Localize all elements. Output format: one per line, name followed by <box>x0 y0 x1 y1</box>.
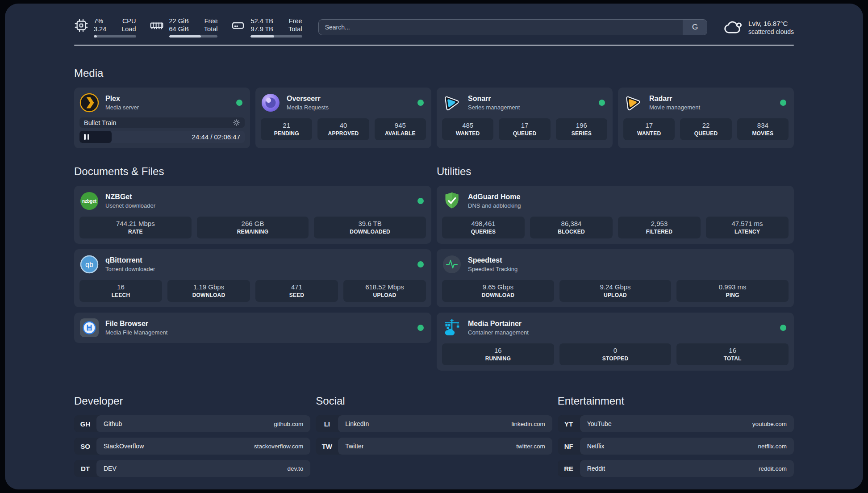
link-name: DEV <box>104 465 117 472</box>
status-dot <box>417 261 424 267</box>
search-input[interactable] <box>319 20 683 35</box>
link-url: linkedin.com <box>512 421 545 427</box>
portainer-icon <box>442 318 462 338</box>
qbittorrent-icon: qb <box>79 255 99 274</box>
system-stats: 7% 3.24 CPU Load <box>74 17 302 38</box>
nzbget-icon: nzbget <box>79 191 99 211</box>
player-time: 24:44 / 02:06:47 <box>192 133 245 141</box>
cpu-usage-value: 7% <box>94 17 106 25</box>
app-title: Plex <box>105 95 139 103</box>
nzbget-card[interactable]: nzbget NZBGet Usenet downloader 744.21 M… <box>74 186 431 244</box>
now-playing-title: Bullet Train <box>84 119 117 126</box>
cpu-stat: 7% 3.24 CPU Load <box>74 17 136 38</box>
link-abbr: SO <box>74 438 96 455</box>
link-twitter[interactable]: TW Twitter twitter.com <box>316 438 552 455</box>
player-settings-icon[interactable] <box>233 119 240 126</box>
radarr-card[interactable]: Radarr Movie management 17 WANTED 22 QUE… <box>618 88 794 148</box>
stat-tile: 39.6 TB DOWNLOADED <box>314 217 426 238</box>
link-abbr: DT <box>74 460 96 477</box>
player-progress-bar[interactable]: 24:44 / 02:06:47 <box>79 131 245 143</box>
link-url: dev.to <box>288 465 304 472</box>
link-abbr: LI <box>316 415 338 432</box>
app-subtitle: Speedtest Tracking <box>468 266 517 272</box>
app-subtitle: Movie management <box>649 104 700 111</box>
stat-tile: 485 WANTED <box>442 118 493 140</box>
media-section: Media Plex Media server <box>74 67 794 148</box>
disk-icon <box>231 18 245 33</box>
app-title: NZBGet <box>105 193 155 201</box>
stat-tile: 0 STOPPED <box>559 343 672 365</box>
app-title: Media Portainer <box>468 320 529 328</box>
qbittorrent-card[interactable]: qb qBittorrent Torrent downloader 16 <box>74 249 431 307</box>
stat-tile: 618.52 Mbps UPLOAD <box>343 280 426 302</box>
overseerr-card[interactable]: Overseerr Media Requests 21 PENDING 40 A… <box>255 88 431 148</box>
portainer-card[interactable]: Media Portainer Container management 16 … <box>437 313 794 371</box>
link-stackoverflow[interactable]: SO StackOverflow stackoverflow.com <box>74 438 310 455</box>
stat-tile: 266 GB REMAINING <box>197 217 309 238</box>
stat-tile: 9.65 Gbps DOWNLOAD <box>442 280 554 302</box>
stat-tile: 86,384 BLOCKED <box>530 217 613 238</box>
utilities-section-title: Utilities <box>437 165 794 178</box>
storage-progress-bar <box>250 35 302 38</box>
app-subtitle: Media Requests <box>287 104 329 111</box>
media-section-title: Media <box>74 67 794 79</box>
app-title: qBittorrent <box>105 256 155 264</box>
pause-icon[interactable] <box>84 134 89 140</box>
app-subtitle: Media server <box>105 104 139 111</box>
entertainment-section-title: Entertainment <box>558 395 794 407</box>
social-section-title: Social <box>316 395 552 407</box>
app-subtitle: Series management <box>468 104 520 111</box>
link-name: Netflix <box>587 443 605 450</box>
status-dot <box>417 198 424 204</box>
stat-tile: 744.21 Mbps RATE <box>79 217 192 238</box>
cpu-load-value: 3.24 <box>94 25 106 33</box>
stat-tile: 16 RUNNING <box>442 343 554 365</box>
app-title: File Browser <box>105 320 167 328</box>
cloud-icon <box>723 17 743 37</box>
link-name: YouTube <box>587 420 612 427</box>
cpu-usage-label: CPU <box>122 17 136 25</box>
overseerr-icon <box>261 93 280 113</box>
status-dot <box>417 325 424 331</box>
social-links-section: Social LI LinkedIn linkedin.com TW Twitt… <box>316 395 552 482</box>
status-dot <box>780 325 786 331</box>
now-playing-row: Bullet Train <box>79 117 245 128</box>
link-url: youtube.com <box>752 421 787 427</box>
topbar-divider <box>74 45 794 46</box>
stat-tile: 2,953 FILTERED <box>618 217 701 238</box>
stat-tile: 498,461 QUERIES <box>442 217 525 238</box>
speedtest-card[interactable]: Speedtest Speedtest Tracking 9.65 Gbps D… <box>437 249 794 307</box>
storage-total-value: 97.9 TB <box>250 25 273 33</box>
search-engine-button[interactable]: G <box>683 20 707 35</box>
plex-icon <box>79 93 99 113</box>
link-name: StackOverflow <box>104 443 144 450</box>
plex-card[interactable]: Plex Media server Bullet Train <box>74 88 250 148</box>
link-abbr: NF <box>558 438 580 455</box>
stat-tile: 16 TOTAL <box>676 343 789 365</box>
filebrowser-card[interactable]: File Browser Media File Management <box>74 313 431 343</box>
link-reddit[interactable]: RE Reddit reddit.com <box>558 460 794 477</box>
adguard-card[interactable]: AdGuard Home DNS and adblocking 498,461 … <box>437 186 794 244</box>
link-url: reddit.com <box>759 465 787 472</box>
speedtest-icon <box>442 255 462 274</box>
link-github[interactable]: GH Github github.com <box>74 415 310 432</box>
link-linkedin[interactable]: LI LinkedIn linkedin.com <box>316 415 552 432</box>
entertainment-links-section: Entertainment YT YouTube youtube.com NF … <box>558 395 794 482</box>
memory-progress-bar <box>169 35 218 38</box>
link-youtube[interactable]: YT YouTube youtube.com <box>558 415 794 432</box>
app-title: Radarr <box>649 95 700 103</box>
sonarr-card[interactable]: Sonarr Series management 485 WANTED 17 Q… <box>437 88 613 148</box>
link-netflix[interactable]: NF Netflix netflix.com <box>558 438 794 455</box>
utilities-section: Utilities AdGuard Home DNS <box>437 165 794 371</box>
link-dev[interactable]: DT DEV dev.to <box>74 460 310 477</box>
documents-section: Documents & Files nzbget NZBGet Usenet d… <box>74 165 431 371</box>
search-bar[interactable]: G <box>318 19 707 35</box>
app-title: AdGuard Home <box>468 193 521 201</box>
link-url: twitter.com <box>516 443 545 450</box>
adguard-icon <box>442 191 462 211</box>
link-abbr: RE <box>558 460 580 477</box>
memory-total-value: 64 GiB <box>169 25 189 33</box>
status-dot <box>236 100 242 106</box>
memory-free-label: Free <box>204 17 218 25</box>
stat-tile: 1.19 Gbps DOWNLOAD <box>167 280 250 302</box>
